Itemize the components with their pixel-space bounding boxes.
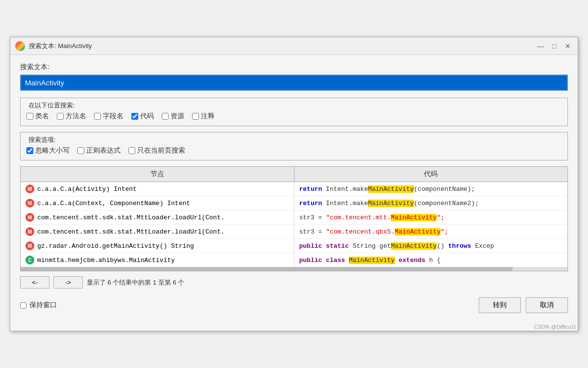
next-button[interactable]: -> bbox=[53, 276, 83, 289]
main-window: 搜索文本: MainActivity — □ ✕ 搜索文本: MainActiv… bbox=[10, 37, 578, 331]
checkbox-code-label: 代码 bbox=[140, 112, 154, 121]
node-cell: Mgz.radar.Android.getMainActivity() Stri… bbox=[21, 239, 294, 253]
search-in-legend: 在以下位置搜索: bbox=[26, 101, 562, 110]
checkbox-fieldname[interactable]: 字段名 bbox=[94, 112, 123, 121]
checkbox-ignorecase-label: 忽略大小写 bbox=[35, 146, 70, 155]
node-type-icon: M bbox=[25, 227, 34, 236]
keep-window-input[interactable] bbox=[20, 302, 26, 309]
node-type-icon: M bbox=[25, 213, 34, 222]
table-row[interactable]: Mc.a.a.C.a(Activity) Intentreturn Intent… bbox=[21, 182, 567, 196]
table-row[interactable]: Cminmtta.hemjcbm.ahibyws.MainActivitypub… bbox=[21, 253, 567, 267]
checkbox-ignorecase[interactable]: 忽略大小写 bbox=[26, 146, 70, 155]
node-text: c.a.a.C.a(Activity) Intent bbox=[37, 185, 137, 193]
checkbox-code-input[interactable] bbox=[131, 113, 138, 120]
keep-window-checkbox[interactable]: 保持窗口 bbox=[20, 301, 57, 310]
watermark: CSDN @Difficu1t bbox=[10, 323, 578, 331]
node-text: com.tencent.smtt.sdk.stat.MttLoader.load… bbox=[37, 228, 224, 236]
checkbox-methodname-input[interactable] bbox=[57, 113, 64, 120]
search-label: 搜索文本: bbox=[20, 63, 568, 72]
checkbox-code[interactable]: 代码 bbox=[131, 112, 154, 121]
horizontal-scrollbar[interactable] bbox=[21, 267, 567, 271]
node-cell: Mcom.tencent.smtt.sdk.stat.MttLoader.loa… bbox=[21, 225, 294, 239]
search-input[interactable]: MainActivity bbox=[20, 75, 568, 91]
table-row[interactable]: Mgz.radar.Android.getMainActivity() Stri… bbox=[21, 239, 567, 253]
nav-status: 显示了 6 个结果中的第 1 至第 6 个 bbox=[87, 278, 184, 287]
checkbox-fieldname-input[interactable] bbox=[94, 113, 101, 120]
checkbox-methodname[interactable]: 方法名 bbox=[57, 112, 86, 121]
maximize-button[interactable]: □ bbox=[549, 41, 559, 51]
title-bar: 搜索文本: MainActivity — □ ✕ bbox=[10, 37, 578, 55]
search-options-row: 忽略大小写 正则表达式 只在当前页搜索 bbox=[26, 146, 562, 155]
node-text: minmtta.hemjcbm.ahibyws.MainActivity bbox=[37, 257, 175, 264]
checkbox-currentpage-input[interactable] bbox=[128, 147, 135, 154]
keep-window-label: 保持窗口 bbox=[29, 301, 57, 310]
code-cell: return Intent.makeMainActivity(component… bbox=[294, 196, 567, 210]
node-text: c.a.a.C.a(Context, ComponentName) Intent bbox=[37, 200, 190, 207]
code-cell: str3 = "com.tencent.qbx5.MainActivity"; bbox=[294, 225, 567, 239]
code-cell: str3 = "com.tencent.mtt.MainActivity"; bbox=[294, 210, 567, 225]
checkbox-methodname-label: 方法名 bbox=[66, 112, 86, 121]
col-node: 节点 bbox=[21, 167, 294, 182]
goto-button[interactable]: 转到 bbox=[479, 297, 521, 313]
bottom-bar: 保持窗口 转到 取消 bbox=[20, 293, 568, 315]
node-cell: Mc.a.a.C.a(Activity) Intent bbox=[21, 182, 294, 196]
code-cell: return Intent.makeMainActivity(component… bbox=[294, 182, 567, 196]
checkbox-currentpage-label: 只在当前页搜索 bbox=[137, 146, 185, 155]
node-type-icon: M bbox=[25, 199, 34, 208]
code-cell: public class MainActivity extends h { bbox=[294, 253, 567, 267]
search-in-options: 类名 方法名 字段名 代码 资源 bbox=[26, 112, 562, 121]
search-input-wrapper: MainActivity bbox=[20, 75, 568, 91]
window-title: 搜索文本: MainActivity bbox=[29, 42, 92, 51]
search-options-group: 搜索选项: 忽略大小写 正则表达式 只在当前页搜索 bbox=[20, 132, 568, 160]
node-cell: Cminmtta.hemjcbm.ahibyws.MainActivity bbox=[21, 253, 294, 267]
title-controls: — □ ✕ bbox=[536, 41, 573, 51]
node-type-icon: M bbox=[25, 241, 34, 250]
results-table-wrapper: 节点 代码 Mc.a.a.C.a(Activity) Intentreturn … bbox=[20, 166, 568, 271]
node-type-icon: M bbox=[25, 184, 34, 193]
checkbox-regex-input[interactable] bbox=[77, 147, 84, 154]
col-code: 代码 bbox=[294, 167, 567, 182]
checkbox-classname-label: 类名 bbox=[35, 112, 49, 121]
node-cell: Mcom.tencent.smtt.sdk.stat.MttLoader.loa… bbox=[21, 210, 294, 225]
checkbox-resources-label: 资源 bbox=[171, 112, 184, 121]
checkbox-fieldname-label: 字段名 bbox=[103, 112, 123, 121]
checkbox-ignorecase-input[interactable] bbox=[26, 147, 33, 154]
table-row[interactable]: Mc.a.a.C.a(Context, ComponentName) Inten… bbox=[21, 196, 567, 210]
node-text: gz.radar.Android.getMainActivity() Strin… bbox=[37, 242, 194, 250]
results-table: 节点 代码 Mc.a.a.C.a(Activity) Intentreturn … bbox=[21, 167, 567, 267]
close-button[interactable]: ✕ bbox=[563, 41, 573, 51]
table-header-row: 节点 代码 bbox=[21, 167, 567, 182]
checkbox-resources[interactable]: 资源 bbox=[162, 112, 184, 121]
navigation-row: <- -> 显示了 6 个结果中的第 1 至第 6 个 bbox=[20, 276, 568, 289]
node-type-icon: C bbox=[25, 256, 34, 264]
cancel-button[interactable]: 取消 bbox=[526, 297, 568, 313]
node-cell: Mc.a.a.C.a(Context, ComponentName) Inten… bbox=[21, 196, 294, 210]
node-text: com.tencent.smtt.sdk.stat.MttLoader.load… bbox=[37, 214, 224, 221]
checkbox-comments[interactable]: 注释 bbox=[192, 112, 215, 121]
checkbox-classname[interactable]: 类名 bbox=[26, 112, 49, 121]
title-bar-left: 搜索文本: MainActivity bbox=[15, 41, 92, 51]
checkbox-resources-input[interactable] bbox=[162, 113, 169, 120]
checkbox-comments-input[interactable] bbox=[192, 113, 199, 120]
table-row[interactable]: Mcom.tencent.smtt.sdk.stat.MttLoader.loa… bbox=[21, 210, 567, 225]
checkbox-classname-input[interactable] bbox=[26, 113, 33, 120]
checkbox-regex[interactable]: 正则表达式 bbox=[77, 146, 121, 155]
minimize-button[interactable]: — bbox=[536, 41, 545, 51]
scrollbar-thumb[interactable] bbox=[21, 267, 513, 271]
search-in-group: 在以下位置搜索: 类名 方法名 字段名 代码 bbox=[20, 98, 568, 126]
action-buttons: 转到 取消 bbox=[479, 297, 568, 313]
checkbox-comments-label: 注释 bbox=[201, 112, 215, 121]
table-row[interactable]: Mcom.tencent.smtt.sdk.stat.MttLoader.loa… bbox=[21, 225, 567, 239]
code-cell: public static String getMainActivity() t… bbox=[294, 239, 567, 253]
checkbox-currentpage[interactable]: 只在当前页搜索 bbox=[128, 146, 185, 155]
checkbox-regex-label: 正则表达式 bbox=[86, 146, 121, 155]
main-content: 搜索文本: MainActivity 在以下位置搜索: 类名 方法名 bbox=[10, 55, 578, 323]
search-options-legend: 搜索选项: bbox=[26, 135, 562, 144]
prev-button[interactable]: <- bbox=[20, 276, 49, 289]
app-icon bbox=[15, 41, 25, 51]
